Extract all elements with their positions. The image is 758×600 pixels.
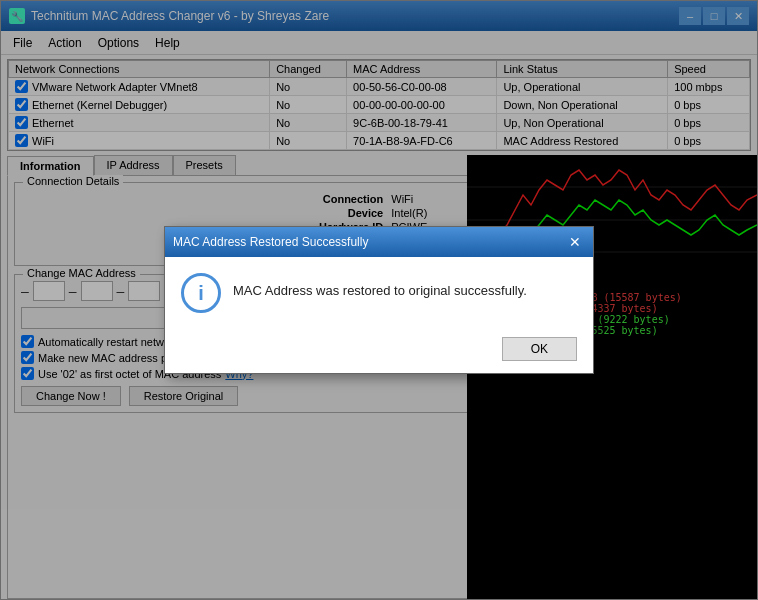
modal-dialog: MAC Address Restored Successfully ✕ i MA… <box>164 226 594 374</box>
modal-message: MAC Address was restored to original suc… <box>233 273 527 301</box>
modal-close-button[interactable]: ✕ <box>565 232 585 252</box>
modal-body: i MAC Address was restored to original s… <box>165 257 593 329</box>
modal-ok-button[interactable]: OK <box>502 337 577 361</box>
modal-title: MAC Address Restored Successfully <box>173 235 368 249</box>
modal-title-bar: MAC Address Restored Successfully ✕ <box>165 227 593 257</box>
modal-footer: OK <box>165 329 593 373</box>
modal-overlay: MAC Address Restored Successfully ✕ i MA… <box>0 0 758 600</box>
info-icon: i <box>181 273 221 313</box>
